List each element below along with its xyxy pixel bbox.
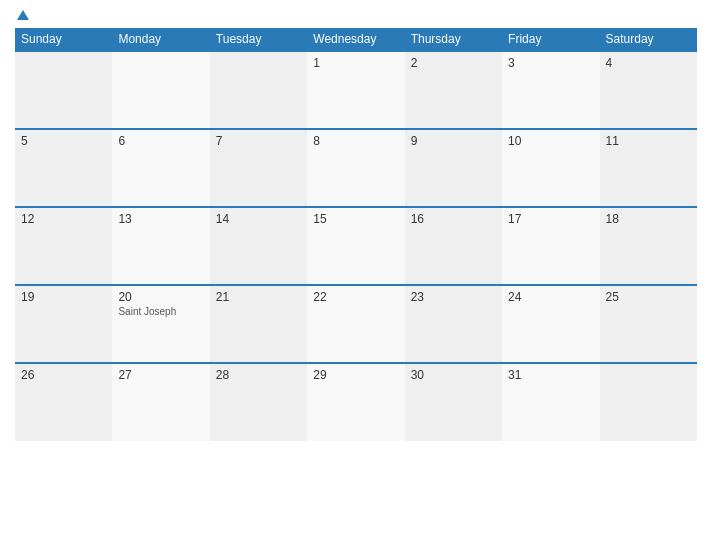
day-number: 14 <box>216 212 301 226</box>
calendar-cell: 12 <box>15 207 112 285</box>
day-number: 24 <box>508 290 593 304</box>
calendar-cell: 22 <box>307 285 404 363</box>
day-number: 3 <box>508 56 593 70</box>
day-number: 9 <box>411 134 496 148</box>
weekday-friday: Friday <box>502 28 599 51</box>
day-number: 11 <box>606 134 691 148</box>
week-row-1: 1234 <box>15 51 697 129</box>
calendar-cell: 25 <box>600 285 697 363</box>
calendar-cell: 19 <box>15 285 112 363</box>
calendar-cell: 16 <box>405 207 502 285</box>
calendar-cell: 15 <box>307 207 404 285</box>
calendar-cell: 1 <box>307 51 404 129</box>
day-number: 28 <box>216 368 301 382</box>
calendar-cell: 21 <box>210 285 307 363</box>
calendar-cell: 2 <box>405 51 502 129</box>
calendar-table: SundayMondayTuesdayWednesdayThursdayFrid… <box>15 28 697 441</box>
day-number: 23 <box>411 290 496 304</box>
day-number: 7 <box>216 134 301 148</box>
logo <box>15 10 29 20</box>
day-number: 21 <box>216 290 301 304</box>
day-number: 6 <box>118 134 203 148</box>
calendar-cell: 11 <box>600 129 697 207</box>
day-number: 8 <box>313 134 398 148</box>
logo-triangle-icon <box>17 10 29 20</box>
weekday-saturday: Saturday <box>600 28 697 51</box>
day-number: 20 <box>118 290 203 304</box>
calendar-cell <box>600 363 697 441</box>
holiday-label: Saint Joseph <box>118 306 203 317</box>
day-number: 25 <box>606 290 691 304</box>
calendar-cell: 18 <box>600 207 697 285</box>
calendar-header <box>15 10 697 20</box>
weekday-sunday: Sunday <box>15 28 112 51</box>
calendar-cell: 10 <box>502 129 599 207</box>
day-number: 1 <box>313 56 398 70</box>
calendar-cell: 3 <box>502 51 599 129</box>
calendar-cell: 28 <box>210 363 307 441</box>
day-number: 2 <box>411 56 496 70</box>
weekday-tuesday: Tuesday <box>210 28 307 51</box>
calendar-cell: 20Saint Joseph <box>112 285 209 363</box>
day-number: 16 <box>411 212 496 226</box>
day-number: 15 <box>313 212 398 226</box>
day-number: 12 <box>21 212 106 226</box>
weekday-thursday: Thursday <box>405 28 502 51</box>
day-number: 4 <box>606 56 691 70</box>
calendar-cell: 14 <box>210 207 307 285</box>
calendar-cell: 13 <box>112 207 209 285</box>
day-number: 27 <box>118 368 203 382</box>
day-number: 26 <box>21 368 106 382</box>
calendar-cell: 27 <box>112 363 209 441</box>
calendar-cell: 31 <box>502 363 599 441</box>
weekday-wednesday: Wednesday <box>307 28 404 51</box>
week-row-4: 1920Saint Joseph2122232425 <box>15 285 697 363</box>
calendar-cell <box>112 51 209 129</box>
calendar-cell <box>210 51 307 129</box>
day-number: 10 <box>508 134 593 148</box>
day-number: 13 <box>118 212 203 226</box>
week-row-2: 567891011 <box>15 129 697 207</box>
calendar-cell: 23 <box>405 285 502 363</box>
calendar-cell: 9 <box>405 129 502 207</box>
calendar-cell: 4 <box>600 51 697 129</box>
calendar-cell: 26 <box>15 363 112 441</box>
calendar-cell: 7 <box>210 129 307 207</box>
calendar-cell: 17 <box>502 207 599 285</box>
week-row-5: 262728293031 <box>15 363 697 441</box>
calendar-cell: 24 <box>502 285 599 363</box>
day-number: 22 <box>313 290 398 304</box>
calendar-cell <box>15 51 112 129</box>
calendar-cell: 5 <box>15 129 112 207</box>
week-row-3: 12131415161718 <box>15 207 697 285</box>
day-number: 18 <box>606 212 691 226</box>
day-number: 31 <box>508 368 593 382</box>
calendar-container: SundayMondayTuesdayWednesdayThursdayFrid… <box>0 0 712 550</box>
calendar-cell: 6 <box>112 129 209 207</box>
calendar-cell: 30 <box>405 363 502 441</box>
day-number: 30 <box>411 368 496 382</box>
day-number: 17 <box>508 212 593 226</box>
calendar-cell: 8 <box>307 129 404 207</box>
day-number: 29 <box>313 368 398 382</box>
day-number: 5 <box>21 134 106 148</box>
day-number: 19 <box>21 290 106 304</box>
weekday-monday: Monday <box>112 28 209 51</box>
calendar-cell: 29 <box>307 363 404 441</box>
weekday-header-row: SundayMondayTuesdayWednesdayThursdayFrid… <box>15 28 697 51</box>
